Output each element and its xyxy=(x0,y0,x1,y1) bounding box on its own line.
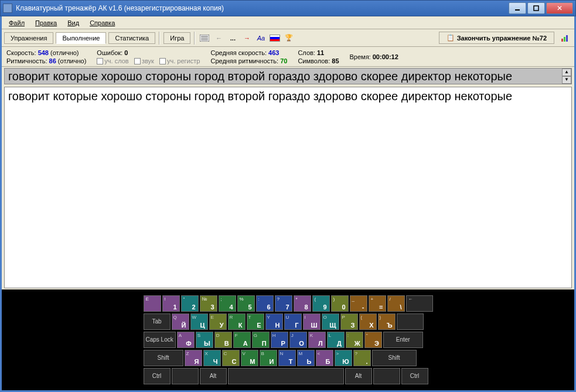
key-ю[interactable]: >Ю xyxy=(335,350,352,366)
key-ё[interactable]: Ё xyxy=(144,295,161,312)
key-=[interactable]: += xyxy=(369,295,386,312)
svg-rect-7 xyxy=(564,37,565,42)
dots-button[interactable]: ... xyxy=(227,32,238,44)
key-.[interactable]: ?. xyxy=(353,350,371,366)
key-е[interactable]: TЕ xyxy=(247,313,264,330)
chk-words[interactable] xyxy=(97,58,103,64)
key-э[interactable]: "Э xyxy=(364,332,382,348)
key-alt[interactable]: Alt xyxy=(345,368,372,384)
key-щ[interactable]: OЩ xyxy=(322,313,339,330)
prev-arrow-icon[interactable]: ← xyxy=(213,32,224,44)
key-1[interactable]: !1 xyxy=(162,295,180,312)
key-8[interactable]: *8 xyxy=(294,295,311,312)
key-й[interactable]: QЙ xyxy=(172,313,189,330)
key-capslock[interactable]: Caps Lock xyxy=(144,332,176,348)
key-[interactable] xyxy=(172,368,199,384)
key-б[interactable]: <Б xyxy=(316,350,333,366)
key-4[interactable]: ;4 xyxy=(219,295,236,312)
key-о[interactable]: JО xyxy=(289,332,307,348)
key-л[interactable]: KЛ xyxy=(308,332,326,348)
key-5[interactable]: %5 xyxy=(237,295,255,312)
tab-game[interactable]: Игра xyxy=(163,32,190,44)
avg-speed-label: Средняя скорость: xyxy=(210,49,267,56)
key--[interactable]: _- xyxy=(350,295,367,312)
key-enter[interactable]: Enter xyxy=(383,332,423,348)
next-arrow-icon[interactable]: → xyxy=(241,32,253,44)
key-н[interactable]: YН xyxy=(265,313,283,330)
key-[interactable] xyxy=(373,368,400,384)
titlebar: Клавиатурный тренажёр АК v1.6 (незарегис… xyxy=(0,0,576,16)
errors-label: Ошибок: xyxy=(97,49,122,56)
key-г[interactable]: UГ xyxy=(284,313,302,330)
key-ч[interactable]: XЧ xyxy=(203,350,221,366)
key-ж[interactable]: :Ж xyxy=(346,332,363,348)
menu-file[interactable]: Файл xyxy=(4,18,29,28)
maximize-button[interactable] xyxy=(527,2,545,14)
key-ь[interactable]: MЬ xyxy=(297,350,315,366)
key-ф[interactable]: AФ xyxy=(177,332,195,348)
key-с[interactable]: CС xyxy=(222,350,240,366)
key-ctrl[interactable]: Ctrl xyxy=(144,368,171,384)
key-shift[interactable]: Shift xyxy=(144,350,183,366)
key-з[interactable]: PЗ xyxy=(340,313,358,330)
minimize-button[interactable] xyxy=(509,2,526,14)
font-button[interactable]: Aa xyxy=(255,32,267,44)
avg-speed-value: 463 xyxy=(268,49,279,56)
key-6[interactable]: :6 xyxy=(256,295,274,312)
menu-help[interactable]: Справка xyxy=(85,18,120,28)
key-alt[interactable]: Alt xyxy=(200,368,227,384)
typing-area[interactable]: говорит которые хорошо стороны город вто… xyxy=(4,87,572,288)
avg-rhythm-label: Средняя ритмичность: xyxy=(210,57,278,64)
typed-text: говорит которые хорошо стороны город вто… xyxy=(8,90,512,103)
key-ctrl[interactable]: Ctrl xyxy=(401,368,428,384)
time-value: 00:00:12 xyxy=(373,53,398,60)
key-tab[interactable]: Tab xyxy=(144,313,171,330)
key-ц[interactable]: WЦ xyxy=(190,313,208,330)
key-ш[interactable]: IШ xyxy=(303,313,321,330)
menu-edit[interactable]: Правка xyxy=(30,18,62,28)
key-и[interactable]: BИ xyxy=(260,350,277,366)
key-9[interactable]: (9 xyxy=(312,295,330,312)
chk-sound[interactable] xyxy=(134,58,141,64)
keyboard-icon[interactable] xyxy=(199,32,210,44)
menu-view[interactable]: Вид xyxy=(63,18,84,28)
key-ы[interactable]: SЫ xyxy=(196,332,213,348)
key-х[interactable]: {Х xyxy=(359,313,377,330)
tab-statistics[interactable]: Статистика xyxy=(108,32,155,44)
scroll-up-icon[interactable]: ▲ xyxy=(562,69,571,76)
key-м[interactable]: VМ xyxy=(241,350,258,366)
key-0[interactable]: )0 xyxy=(331,295,349,312)
scroll-down-icon[interactable]: ▼ xyxy=(562,76,571,84)
tab-exercises[interactable]: Упражнения xyxy=(4,32,53,44)
key-space[interactable] xyxy=(228,368,344,384)
key-я[interactable]: ZЯ xyxy=(185,350,202,366)
key-shift[interactable]: Shift xyxy=(372,350,417,366)
key-а[interactable]: FА xyxy=(233,332,251,348)
key-\[interactable]: /\ xyxy=(387,295,405,312)
key-у[interactable]: EУ xyxy=(209,313,227,330)
finish-label: Закончить упражнение №72 xyxy=(457,35,547,42)
chk-sound-label: звук xyxy=(142,57,154,64)
flag-icon[interactable] xyxy=(269,32,281,44)
finish-exercise-button[interactable]: 📋 Закончить упражнение №72 xyxy=(439,32,554,44)
key-р[interactable]: HР xyxy=(271,332,288,348)
key-7[interactable]: ?7 xyxy=(275,295,292,312)
menubar: Файл Правка Вид Справка xyxy=(2,16,574,29)
chart-icon[interactable] xyxy=(560,33,572,43)
key-[interactable] xyxy=(397,313,424,330)
key-д[interactable]: LД xyxy=(327,332,345,348)
key-в[interactable]: DВ xyxy=(214,332,232,348)
keyboard-panel: Ё!1"2№3;4%5:6?7*8(9)0_-+=/\←TabQЙWЦEУRКT… xyxy=(2,289,574,390)
key-т[interactable]: NТ xyxy=(278,350,296,366)
app-icon xyxy=(3,4,12,13)
key-2[interactable]: "2 xyxy=(181,295,199,312)
key-3[interactable]: №3 xyxy=(200,295,217,312)
chk-case[interactable] xyxy=(159,58,166,64)
tab-execution[interactable]: Выполнение xyxy=(56,32,106,44)
key-к[interactable]: RК xyxy=(228,313,246,330)
key-п[interactable]: GП xyxy=(252,332,270,348)
key-←[interactable]: ← xyxy=(406,295,433,312)
key-ъ[interactable]: }Ъ xyxy=(378,313,396,330)
close-button[interactable]: ✕ xyxy=(546,2,573,14)
cup-icon[interactable]: 🏆 xyxy=(283,32,295,44)
